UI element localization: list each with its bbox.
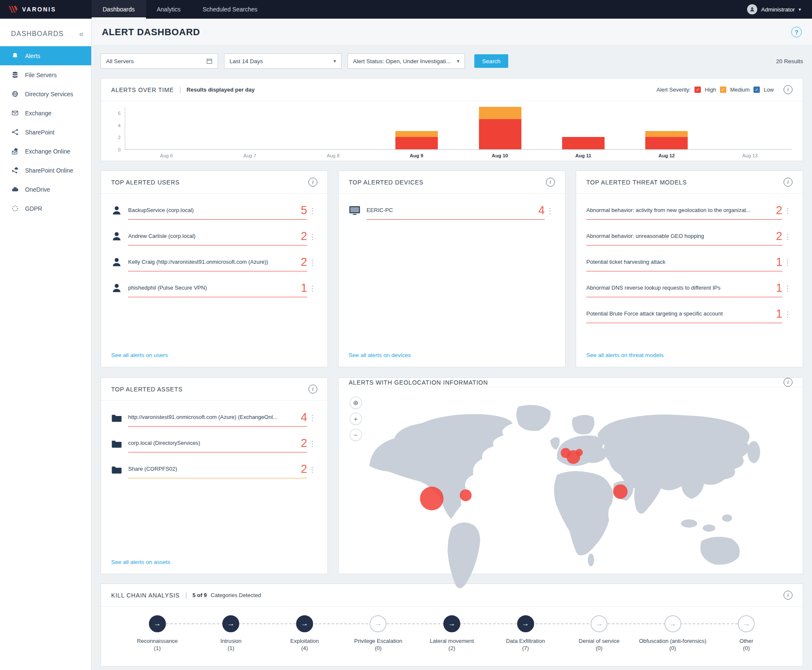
alert-location-marker[interactable] bbox=[613, 484, 627, 499]
bar-segment-medium[interactable] bbox=[395, 131, 438, 137]
see-all-assets-link[interactable]: See all alerts on assets bbox=[101, 559, 328, 574]
user-avatar-icon bbox=[747, 4, 757, 14]
kill-chain-step-lateral-movement[interactable]: → Lateral movement (2) bbox=[415, 615, 489, 666]
sidebar-item-alerts[interactable]: Alerts bbox=[0, 46, 91, 65]
alerted-asset-row[interactable]: Share (CORPFS02) 2 ⋮ bbox=[111, 452, 317, 478]
servers-picker-icon bbox=[206, 58, 213, 64]
kebab-menu-icon[interactable]: ⋮ bbox=[307, 258, 317, 271]
kebab-menu-icon[interactable]: ⋮ bbox=[307, 465, 317, 478]
kill-chain-step-obfuscation[interactable]: → Obfuscation (anti-forensics) (0) bbox=[636, 615, 710, 666]
kebab-menu-icon[interactable]: ⋮ bbox=[545, 207, 555, 220]
bell-icon bbox=[11, 52, 19, 59]
bar-segment-medium[interactable] bbox=[645, 131, 688, 137]
kebab-menu-icon[interactable]: ⋮ bbox=[307, 232, 317, 246]
sidebar-item-label: File Servers bbox=[25, 72, 57, 78]
low-severity-checkbox[interactable]: ✓ bbox=[753, 87, 760, 93]
threat-model-row[interactable]: Abnormal behavior: unreasonable GEO hopp… bbox=[586, 220, 792, 246]
map-zoom-out-button[interactable]: − bbox=[350, 429, 362, 441]
nav-tab-analytics[interactable]: Analytics bbox=[146, 0, 192, 19]
info-icon[interactable]: i bbox=[546, 178, 555, 187]
threat-model-row[interactable]: Potential Brute Force attack targeting a… bbox=[586, 297, 792, 323]
info-icon[interactable]: i bbox=[784, 178, 792, 187]
see-all-users-link[interactable]: See all alerts on users bbox=[101, 352, 328, 367]
kebab-menu-icon[interactable]: ⋮ bbox=[307, 439, 317, 452]
alerted-user-row[interactable]: BackupService (corp.local) 5 ⋮ bbox=[111, 194, 317, 220]
see-all-threat-models-link[interactable]: See all alerts on threat models bbox=[576, 352, 803, 367]
user-menu[interactable]: Administrator ▾ bbox=[747, 0, 812, 19]
alerted-device-row[interactable]: EERIC-PC 4 ⋮ bbox=[349, 194, 555, 220]
servers-filter[interactable]: All Servers bbox=[101, 53, 218, 69]
sidebar-item-directory-services[interactable]: Directory Services bbox=[0, 84, 91, 103]
info-icon[interactable]: i bbox=[308, 385, 317, 394]
kebab-menu-icon[interactable]: ⋮ bbox=[307, 284, 317, 297]
sidebar-item-sharepoint[interactable]: SharePoint bbox=[0, 123, 91, 142]
chart-x-tick: Aug 13 bbox=[708, 150, 792, 161]
sidebar-item-onedrive[interactable]: OneDrive bbox=[0, 180, 91, 199]
kebab-menu-icon[interactable]: ⋮ bbox=[782, 207, 792, 220]
medium-severity-checkbox[interactable]: ✓ bbox=[720, 87, 726, 93]
alerted-user-row[interactable]: Kelly Craig (http://varonistest91.onmicr… bbox=[111, 246, 317, 271]
alerted-asset-row[interactable]: http://varonistest91.onmicrosoft.com (Az… bbox=[111, 401, 317, 427]
bar-segment-high[interactable] bbox=[562, 137, 605, 149]
kill-chain-step-privilege-escalation[interactable]: → Privilege Escalation (0) bbox=[342, 615, 415, 666]
brand-text: VARONIS bbox=[22, 6, 56, 13]
chart-y-axis: 0246 bbox=[106, 107, 125, 150]
chart-y-tick: 2 bbox=[118, 135, 120, 140]
time-range-filter[interactable]: Last 14 Days ▾ bbox=[224, 53, 342, 69]
kebab-menu-icon[interactable]: ⋮ bbox=[782, 258, 792, 271]
map-zoom-in-button[interactable]: + bbox=[350, 413, 362, 425]
map-globe-button[interactable]: ⊕ bbox=[350, 396, 362, 409]
threat-model-row[interactable]: Abnormal behavior: activity from new geo… bbox=[586, 194, 792, 220]
nav-tab-scheduled-searches[interactable]: Scheduled Searches bbox=[192, 0, 269, 19]
alerted-user-row[interactable]: phishedphil (Pulse Secure VPN) 1 ⋮ bbox=[111, 271, 317, 297]
bar-segment-high[interactable] bbox=[645, 137, 688, 149]
info-icon[interactable]: i bbox=[784, 378, 792, 387]
sidebar-item-sharepoint-online[interactable]: SharePoint Online bbox=[0, 161, 91, 180]
bar-segment-medium[interactable] bbox=[479, 107, 521, 119]
alert-status-filter[interactable]: Alert Status: Open, Under Investigati...… bbox=[347, 53, 465, 69]
nav-tab-dashboards[interactable]: Dashboards bbox=[92, 0, 146, 19]
info-icon[interactable]: i bbox=[308, 178, 317, 187]
sidebar-collapse-icon[interactable]: « bbox=[79, 30, 84, 38]
sidebar-nav: Alerts File Servers Directory Services E… bbox=[0, 46, 91, 218]
kill-chain-step-exploitation[interactable]: → Exploitation (4) bbox=[268, 615, 342, 666]
sidebar-item-label: Alerts bbox=[25, 53, 40, 59]
varonis-logo-icon bbox=[8, 6, 19, 13]
high-severity-checkbox[interactable]: ✓ bbox=[694, 87, 701, 93]
alerted-user-row[interactable]: Andrew Carlisle (corp.local) 2 ⋮ bbox=[111, 220, 317, 246]
threat-model-row[interactable]: Abnormal DNS reverse lookup requests to … bbox=[586, 271, 792, 297]
chart-column bbox=[375, 107, 458, 149]
sidebar-item-exchange-online[interactable]: Exchange Online bbox=[0, 142, 91, 161]
kill-chain-step-data-exfiltration[interactable]: → Data Exfiltration (7) bbox=[489, 615, 563, 666]
sidebar-item-exchange[interactable]: Exchange bbox=[0, 103, 91, 123]
alert-count: 1 bbox=[301, 284, 307, 293]
monitor-icon bbox=[349, 205, 361, 220]
sidebar-item-gdpr[interactable]: GDPR bbox=[0, 199, 91, 218]
sidebar-item-file-servers[interactable]: File Servers bbox=[0, 65, 91, 84]
search-button[interactable]: Search bbox=[474, 54, 508, 68]
bar-segment-high[interactable] bbox=[479, 119, 521, 149]
kebab-menu-icon[interactable]: ⋮ bbox=[782, 284, 792, 297]
info-icon[interactable]: i bbox=[784, 85, 792, 94]
kill-chain-step-intrusion[interactable]: → Intrusion (1) bbox=[194, 615, 268, 666]
kill-chain-step-reconnaissance[interactable]: → Reconnaissance (1) bbox=[120, 615, 194, 666]
alert-location-marker[interactable] bbox=[420, 487, 443, 511]
kebab-menu-icon[interactable]: ⋮ bbox=[307, 207, 317, 220]
alert-location-marker[interactable] bbox=[576, 449, 583, 456]
kebab-menu-icon[interactable]: ⋮ bbox=[782, 232, 792, 246]
threat-model-row[interactable]: Potential ticket harvesting attack 1 ⋮ bbox=[586, 246, 792, 271]
help-icon[interactable]: ? bbox=[791, 27, 802, 37]
kill-chain-step-denial-of-service[interactable]: → Denial of service (0) bbox=[562, 615, 636, 666]
world-map[interactable] bbox=[344, 391, 797, 627]
bar-segment-high[interactable] bbox=[395, 137, 438, 149]
envelope-cloud-icon bbox=[11, 148, 19, 155]
kill-chain-step-other[interactable]: → Other (0) bbox=[710, 615, 784, 666]
see-all-devices-link[interactable]: See all alerts on devices bbox=[339, 352, 565, 367]
alert-location-marker[interactable] bbox=[460, 489, 472, 501]
alerted-asset-row[interactable]: corp.local (DirectoryServices) 2 ⋮ bbox=[111, 427, 317, 452]
alerted-asset-name: http://varonistest91.onmicrosoft.com (Az… bbox=[128, 414, 296, 422]
kebab-menu-icon[interactable]: ⋮ bbox=[307, 413, 317, 427]
threat-model-name: Abnormal DNS reverse lookup requests to … bbox=[586, 285, 771, 293]
varonis-logo[interactable]: VARONIS bbox=[0, 0, 92, 19]
kebab-menu-icon[interactable]: ⋮ bbox=[782, 310, 792, 323]
